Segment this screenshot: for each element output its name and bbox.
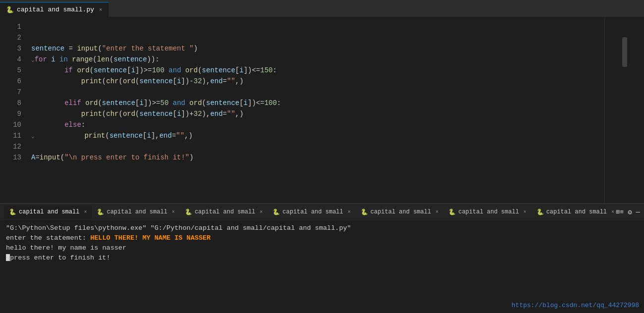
terminal-tab-3[interactable]: 🐍capital and small× bbox=[268, 205, 355, 219]
terminal-tab-6[interactable]: 🐍capital and small× bbox=[532, 205, 616, 219]
tab-filename: capital and small.py bbox=[17, 6, 94, 13]
editor-tab-bar: 🐍 capital and small.py × bbox=[0, 0, 644, 17]
terminal-minimize-icon[interactable]: — bbox=[636, 208, 640, 216]
terminal-tab-2[interactable]: 🐍capital and small× bbox=[180, 205, 268, 219]
code-editor: 1 2 3 4 5 6 7 8 9 10 11 12 13 sentence =… bbox=[0, 17, 644, 203]
terminal-settings-icon[interactable]: ⚙ bbox=[628, 208, 632, 216]
terminal-tabs-bar: 🐍capital and small×🐍capital and small×🐍c… bbox=[0, 203, 644, 220]
terminal-output-line1: hello there! my name is nasser bbox=[6, 243, 638, 253]
tab-close-icon[interactable]: × bbox=[99, 7, 103, 13]
code-content[interactable]: sentence = input("enter the statement ")… bbox=[27, 17, 604, 203]
terminal-container: 🐍capital and small×🐍capital and small×🐍c… bbox=[0, 203, 644, 296]
terminal-output: "G:\Python\Setup files\pythonw.exe" "G:/… bbox=[0, 220, 644, 296]
terminal-tab-4[interactable]: 🐍capital and small× bbox=[356, 205, 443, 219]
terminal-tab-5[interactable]: 🐍capital and small× bbox=[443, 205, 531, 219]
terminal-input-line: enter the statement: HELLO THERE! MY NAM… bbox=[6, 233, 638, 243]
terminal-cursor bbox=[6, 254, 10, 261]
terminal-input-value: HELLO THERE! MY NAME IS NASSER bbox=[90, 234, 211, 242]
terminal-command-line: "G:\Python\Setup files\pythonw.exe" "G:/… bbox=[6, 223, 638, 233]
file-icon: 🐍 bbox=[6, 6, 14, 14]
minimap bbox=[604, 17, 644, 203]
line-numbers: 1 2 3 4 5 6 7 8 9 10 11 12 13 bbox=[0, 17, 27, 203]
terminal-tab-0[interactable]: 🐍capital and small× bbox=[4, 205, 92, 219]
terminal-actions: ⊞≡ ⚙ — bbox=[616, 208, 640, 216]
terminal-output-line2: press enter to finish it! bbox=[6, 253, 638, 263]
terminal-tab-1[interactable]: 🐍capital and small× bbox=[92, 205, 179, 219]
editor-tab[interactable]: 🐍 capital and small.py × bbox=[0, 2, 109, 17]
terminal-plus-icon[interactable]: ⊞≡ bbox=[616, 208, 624, 216]
watermark: https://blog.csdn.net/qq_44272998 bbox=[512, 302, 639, 309]
